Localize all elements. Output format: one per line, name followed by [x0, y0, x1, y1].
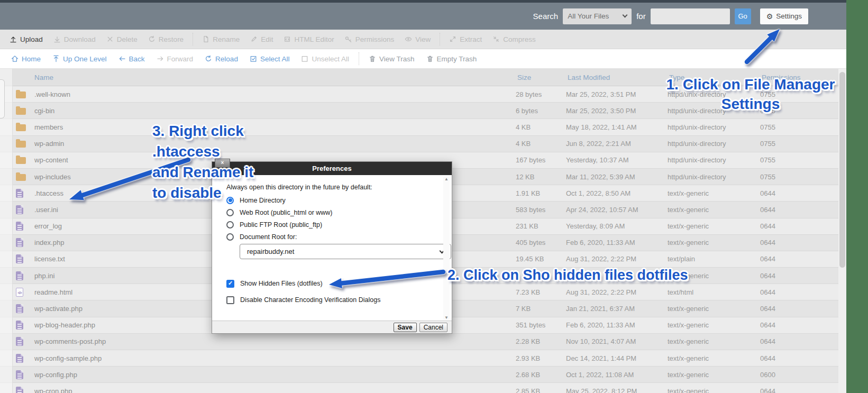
- radio-option[interactable]: Home Directory: [226, 195, 436, 205]
- nav-item-empty-trash[interactable]: Empty Trash: [421, 55, 483, 63]
- checkbox-checked-icon[interactable]: [226, 280, 234, 288]
- toolbar-item-edit[interactable]: Edit: [245, 35, 278, 43]
- file-modified: Oct 1, 2022, 11:08 AM: [566, 371, 668, 379]
- toolbar-item-download[interactable]: Download: [48, 35, 101, 43]
- checkbox-label: Disable Character Encoding Verification …: [240, 296, 380, 304]
- file-modified: Mar 11, 2022, 5:39 AM: [566, 173, 668, 181]
- search-input[interactable]: [651, 8, 730, 24]
- nav-item-forward[interactable]: Forward: [151, 55, 199, 63]
- delete-icon: [106, 35, 114, 43]
- nav-item-view-trash[interactable]: View Trash: [363, 55, 421, 63]
- nav-item-back[interactable]: Back: [113, 55, 151, 63]
- html-icon: [284, 35, 291, 43]
- search-scope-select[interactable]: All Your Files: [563, 8, 632, 24]
- scroll-up-icon[interactable]: ▲: [444, 177, 449, 181]
- toolbar-item-extract[interactable]: Extract: [444, 35, 487, 43]
- compress-icon: [492, 35, 500, 43]
- radio-option[interactable]: Public FTP Root (public_ftp): [226, 220, 436, 230]
- cancel-button[interactable]: Cancel: [419, 323, 447, 332]
- checkbox-option[interactable]: Show Hidden Files (dotfiles): [226, 279, 436, 288]
- file-type: httpd/unix-directory: [668, 140, 760, 148]
- folder-icon: [16, 92, 26, 98]
- radio-unchecked-icon[interactable]: [226, 233, 234, 241]
- file-icon: [16, 387, 23, 393]
- navigation-toolbar: HomeUp One LevelBackForwardReloadSelect …: [0, 49, 846, 69]
- nav-item-select-all[interactable]: Select All: [244, 55, 296, 63]
- toolbar-item-compress[interactable]: Compress: [487, 35, 541, 43]
- back-icon: [118, 55, 126, 62]
- go-button[interactable]: Go: [735, 8, 751, 24]
- toolbar-item-rename[interactable]: Rename: [197, 35, 245, 43]
- file-permissions: 0755: [760, 156, 838, 164]
- table-row[interactable]: wp-cron.php2.85 KBMay 25, 2022, 8:12 PMt…: [0, 383, 838, 393]
- file-type: text/x-generic: [668, 222, 760, 230]
- column-header-name[interactable]: Name: [33, 74, 516, 81]
- file-icon: [16, 321, 23, 330]
- row-icon-cell: [13, 354, 33, 363]
- file-permissions: 0644: [760, 239, 838, 246]
- column-header-modified[interactable]: Last Modified: [566, 74, 668, 81]
- toolbar-item-label: Restore: [159, 35, 184, 43]
- nav-item-label: View Trash: [379, 55, 415, 63]
- annotation-step2: 2. Click on Sho hidden files dotfiles: [447, 267, 688, 284]
- row-icon-cell: [13, 140, 33, 148]
- file-modified: May 18, 2022, 1:41 AM: [566, 123, 668, 131]
- toolbar-item-label: Edit: [261, 35, 273, 43]
- column-header-size[interactable]: Size: [516, 74, 566, 81]
- radio-option[interactable]: Document Root for:: [226, 232, 436, 242]
- checkbox-unchecked-icon[interactable]: [226, 296, 234, 304]
- chevron-down-icon: [623, 13, 628, 18]
- domain-select[interactable]: repairbuddy.net: [240, 244, 451, 259]
- table-row[interactable]: wp-config-sample.php2.93 KBDec 14, 2021,…: [0, 350, 838, 367]
- page-scrollbar[interactable]: [838, 69, 846, 393]
- toolbar-item-upload[interactable]: Upload: [4, 35, 48, 43]
- table-row[interactable]: wp-admin4 KBJun 8, 2022, 2:21 AMhttpd/un…: [0, 136, 838, 152]
- collapsed-panel-handle[interactable]: [0, 79, 5, 118]
- file-icon: [16, 354, 23, 363]
- toolbar-divider: [440, 33, 440, 45]
- radio-unchecked-icon[interactable]: [226, 221, 234, 229]
- settings-button[interactable]: ⚙ Settings: [760, 8, 808, 24]
- toolbar-item-view[interactable]: View: [399, 35, 436, 43]
- nav-item-reload[interactable]: Reload: [199, 55, 244, 63]
- toolbar-item-restore[interactable]: Restore: [143, 35, 189, 43]
- nav-item-home[interactable]: Home: [5, 55, 47, 63]
- radio-option[interactable]: Web Root (public_html or www): [226, 207, 436, 217]
- annotation-step3-line3: and Rename it: [152, 162, 253, 182]
- download-icon: [53, 35, 61, 43]
- forward-icon: [157, 55, 164, 62]
- toolbar-item-label: Permissions: [355, 35, 395, 43]
- domain-select-value: repairbuddy.net: [247, 248, 294, 255]
- radio-label: Public FTP Root (public_ftp): [240, 221, 322, 229]
- file-name: wp-admin: [33, 140, 516, 148]
- up-icon: [52, 55, 60, 62]
- file-type: text/x-generic: [668, 305, 760, 313]
- row-icon-cell: [13, 156, 33, 164]
- file-modified: Mar 25, 2022, 3:50 PM: [566, 107, 668, 115]
- nav-item-unselect-all[interactable]: Unselect All: [295, 55, 355, 63]
- file-type: httpd/unix-directory: [668, 156, 760, 164]
- for-label: for: [636, 12, 646, 21]
- toolbar-divider: [359, 52, 359, 65]
- checkbox-option[interactable]: Disable Character Encoding Verification …: [226, 295, 436, 305]
- radio-unchecked-icon[interactable]: [226, 209, 234, 216]
- save-button[interactable]: Save: [394, 323, 417, 332]
- nav-item-label: Home: [22, 55, 41, 63]
- settings-label: Settings: [776, 12, 802, 20]
- toolbar-item-permissions[interactable]: Permissions: [340, 35, 400, 43]
- table-row[interactable]: wp-comments-post.php2.28 KBNov 10, 2021,…: [0, 334, 838, 350]
- table-row[interactable]: members4 KBMay 18, 2022, 1:41 AMhttpd/un…: [0, 119, 838, 135]
- file-size: 351 bytes: [516, 321, 566, 329]
- nav-item-up-one-level[interactable]: Up One Level: [47, 55, 113, 63]
- scroll-down-icon[interactable]: ▼: [444, 315, 449, 320]
- toolbar-item-label: View: [415, 35, 431, 43]
- box-icon: [301, 55, 308, 62]
- nav-item-label: Unselect All: [312, 55, 349, 63]
- toolbar-item-delete[interactable]: Delete: [101, 35, 143, 43]
- checkbox-group: Show Hidden Files (dotfiles)Disable Char…: [226, 279, 436, 305]
- toolbar-item-html-editor[interactable]: HTML Editor: [278, 35, 339, 43]
- dialog-scrollbar[interactable]: ▲ ▼: [443, 177, 450, 320]
- file-permissions: 0755: [760, 123, 838, 131]
- file-size: 28 bytes: [516, 90, 566, 98]
- table-row[interactable]: wp-config.php2.68 KBOct 1, 2022, 11:08 A…: [0, 367, 838, 383]
